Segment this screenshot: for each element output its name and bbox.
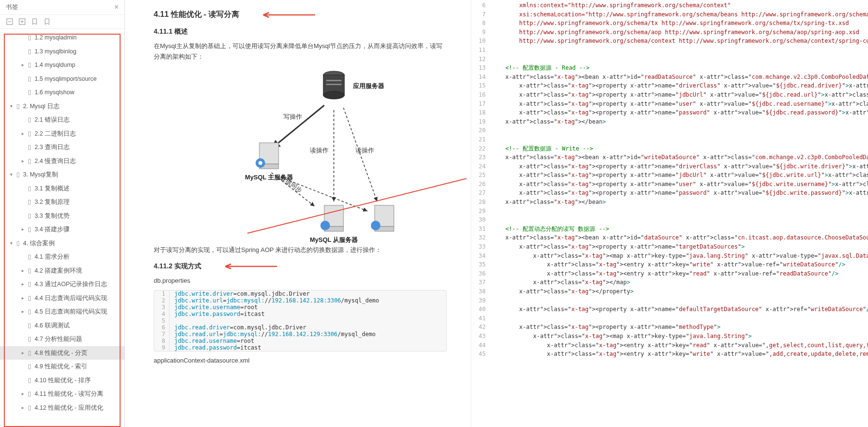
tree-item-label: 4.3 通过AOP记录操作日志 xyxy=(35,279,121,290)
diagram-text-read2: 读操作 xyxy=(355,146,374,155)
bookmark-icon: ▯ xyxy=(26,306,33,317)
tree-item-label: 2.2 二进制日志 xyxy=(35,128,121,139)
bookmark-icon: ▯ xyxy=(26,361,33,372)
tree-item-label: 4.5 日志查询前端代码实现 xyxy=(35,306,121,317)
tree-item[interactable]: ▯3.3 复制优势 xyxy=(0,209,124,223)
caret-icon: ▾ xyxy=(8,239,14,248)
tree-item[interactable]: ▸▯3.4 搭建步骤 xyxy=(0,223,124,237)
tree-item-label: 2. Mysql 日志 xyxy=(23,101,121,112)
heading-text: 4.11.2 实现方式 xyxy=(154,262,201,271)
tree-item-label: 2.4 慢查询日志 xyxy=(35,156,121,167)
code-line: 39 xyxy=(471,296,868,305)
code-line: 10 http://www.springframework.org/schema… xyxy=(471,37,868,46)
document-content[interactable]: 4.11 性能优化 - 读写分离 4.11.1 概述 在Mysql主从复制的基础… xyxy=(125,0,471,427)
tree-item-label: 1.4 mysqldump xyxy=(35,60,121,71)
tree-item[interactable]: ▯2.3 查询日志 xyxy=(0,140,124,154)
tree-item-label: 4.9 性能优化 - 索引 xyxy=(35,361,121,372)
tree-item-label: 4.4 日志查询后端代码实现 xyxy=(35,293,121,304)
tree-item-label: 4.1 需求分析 xyxy=(35,251,121,263)
caret-icon: ▸ xyxy=(19,349,26,357)
code-panel-xml[interactable]: 6 xmlns:context="http://www.springframew… xyxy=(471,0,868,427)
code-line: 27 x-attr">class="x-tag"><property x-att… xyxy=(471,188,868,198)
tree-item[interactable]: ▸▯1.4 mysqldump xyxy=(0,58,124,72)
caret-icon: ▸ xyxy=(19,61,26,69)
code-line: 12 xyxy=(471,55,868,64)
svg-point-20 xyxy=(371,221,380,230)
subsection-heading: 4.11.1 概述 xyxy=(154,27,447,36)
tree-item[interactable]: ▯1.5 mysqlimport/source xyxy=(0,72,124,86)
tree-item[interactable]: ▯1.3 mysqlbinlog xyxy=(0,45,124,59)
code-line: 37 x-attr">class="x-tag"></map> xyxy=(471,278,868,287)
close-icon[interactable]: × xyxy=(114,3,119,12)
svg-rect-10 xyxy=(326,80,342,81)
tree-item[interactable]: ▯4.9 性能优化 - 索引 xyxy=(0,360,124,374)
code-line: 24 x-attr">class="x-tag"><property x-att… xyxy=(471,162,868,171)
svg-point-17 xyxy=(320,221,330,230)
bookmark-outline-icon[interactable] xyxy=(43,18,51,25)
tree-item-label: 4.6 联调测试 xyxy=(35,320,121,331)
tree-item-label: 4.8 性能优化 - 分页 xyxy=(35,348,121,359)
code-line: 31 <!-- 配置动态分配的读写 数据源 --> xyxy=(471,225,868,234)
paragraph: 在Mysql主从复制的基础上，可以使用读写分离来降低单台Mysql节点的压力，从… xyxy=(154,41,447,62)
tree-item[interactable]: ▸▯4.2 搭建案例环境 xyxy=(0,264,124,278)
tree-item[interactable]: ▸▯2.2 二进制日志 xyxy=(0,127,124,141)
tree-item-label: 3.2 复制原理 xyxy=(35,197,121,208)
code-line: 15 x-attr">class="x-tag"><property x-att… xyxy=(471,81,868,90)
tree-item-label: 4.11 性能优化 - 读写分离 xyxy=(35,389,121,400)
tree-item[interactable]: ▯3.1 复制概述 xyxy=(0,182,124,196)
tree-item[interactable]: ▯2.1 错误日志 xyxy=(0,113,124,127)
tree-item[interactable]: ▸▯4.3 通过AOP记录操作日志 xyxy=(0,277,124,291)
bookmark-icon[interactable] xyxy=(31,18,38,25)
tree-item-label: 3.1 复制概述 xyxy=(35,183,121,194)
bookmark-icon: ▯ xyxy=(26,32,33,43)
code-line: 16 x-attr">class="x-tag"><property x-att… xyxy=(471,90,868,100)
tree-item[interactable]: ▸▯4.11 性能优化 - 读写分离 xyxy=(0,387,124,401)
diagram-node-slave1: MySQL 从服务器 xyxy=(310,201,358,244)
annotation-arrow-icon xyxy=(220,263,278,270)
code-line: 36 x-attr">class="x-tag"><entry x-attr">… xyxy=(471,269,868,278)
bookmark-icon: ▯ xyxy=(26,265,33,276)
bookmark-icon: ▯ xyxy=(26,402,33,414)
tree-item[interactable]: ▸▯4.12 性能优化 - 应用优化 xyxy=(0,401,124,415)
bookmark-icon: ▯ xyxy=(26,389,33,400)
tree-item[interactable]: ▸▯4.8 性能优化 - 分页 xyxy=(0,346,124,360)
code-line: 21 xyxy=(471,135,868,144)
expand-icon[interactable] xyxy=(18,18,26,25)
tree-item[interactable]: ▯3.2 复制原理 xyxy=(0,195,124,209)
code-block-properties[interactable]: 1jdbc.write.driver=com.mysql.jdbc.Driver… xyxy=(154,290,447,352)
filename-label: db.properties xyxy=(154,276,447,286)
tree-item[interactable]: ▸▯4.5 日志查询前端代码实现 xyxy=(0,305,124,319)
code-line: 29 xyxy=(471,207,868,216)
tree-item[interactable]: ▯4.7 分析性能问题 xyxy=(0,332,124,346)
tree-item-label: 1.6 mysqlshow xyxy=(35,87,121,98)
code-line: 44 x-attr">class="x-tag"><entry x-attr">… xyxy=(471,341,868,350)
tree-item-label: 3.3 复制优势 xyxy=(35,211,121,222)
tree-item[interactable]: ▾▯3. Mysql复制 xyxy=(0,168,124,182)
bookmark-icon: ▯ xyxy=(26,87,33,98)
code-line: 40 x-attr">class="x-tag"><property x-att… xyxy=(471,305,868,314)
sidebar-title: 书签 xyxy=(6,3,18,12)
caret-icon: ▸ xyxy=(19,157,26,165)
tree-item[interactable]: ▾▯2. Mysql 日志 xyxy=(0,100,124,113)
tree-item[interactable]: ▯4.1 需求分析 xyxy=(0,250,124,264)
tree-item[interactable]: ▯1.6 mysqlshow xyxy=(0,86,124,100)
bookmark-icon: ▯ xyxy=(14,238,21,249)
tree-item[interactable]: ▸▯2.4 慢查询日志 xyxy=(0,154,124,168)
annotation-arrow-icon xyxy=(258,12,316,18)
tree-item[interactable]: ▯1.2 mysqladmin xyxy=(0,31,124,45)
bookmark-icon: ▯ xyxy=(14,169,21,180)
tree-item[interactable]: ▯4.10 性能优化 - 排序 xyxy=(0,374,124,388)
bookmarks-tree[interactable]: ▯1.2 mysqladmin▯1.3 mysqlbinlog▸▯1.4 mys… xyxy=(0,29,124,427)
bookmark-icon: ▯ xyxy=(26,183,33,194)
bookmark-icon: ▯ xyxy=(26,197,33,208)
tree-item[interactable]: ▾▯4. 综合案例 xyxy=(0,237,124,251)
sidebar-toolbar xyxy=(0,15,124,29)
code-line: 41 xyxy=(471,314,868,323)
tree-item[interactable]: ▸▯4.4 日志查询后端代码实现 xyxy=(0,291,124,305)
tree-item-label: 3.4 搭建步骤 xyxy=(35,224,121,235)
collapse-all-icon[interactable] xyxy=(6,18,13,25)
tree-item-label: 1.5 mysqlimport/source xyxy=(35,74,121,85)
tree-item[interactable]: ▯4.6 联调测试 xyxy=(0,319,124,333)
code-line: 18 x-attr">class="x-tag"><property x-att… xyxy=(471,108,868,117)
heading-text: 4.11 性能优化 - 读写分离 xyxy=(154,10,239,20)
